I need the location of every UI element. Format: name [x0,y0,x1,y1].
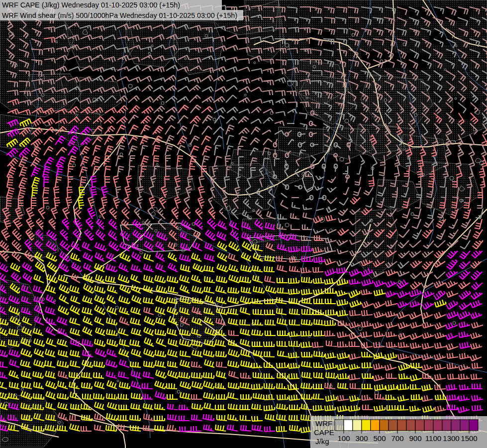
svg-text:500: 500 [373,434,386,443]
svg-text:WRF CAPE (J/kg) Wednesday 01-1: WRF CAPE (J/kg) Wednesday 01-10-2025 03:… [2,1,180,9]
svg-text:100: 100 [337,434,350,443]
svg-text:1500: 1500 [461,434,477,443]
svg-text:CAPE: CAPE [314,428,334,437]
svg-text:300: 300 [355,434,368,443]
svg-text:WRF Wind shear (m/s) 500/1000h: WRF Wind shear (m/s) 500/1000hPa Wednesd… [2,11,237,19]
svg-text:700: 700 [391,434,403,443]
svg-text:1300: 1300 [443,434,459,443]
svg-text:1100: 1100 [425,434,441,443]
svg-text:J/kg: J/kg [315,437,329,446]
svg-text:900: 900 [409,434,421,443]
svg-text:WRF: WRF [315,419,332,428]
